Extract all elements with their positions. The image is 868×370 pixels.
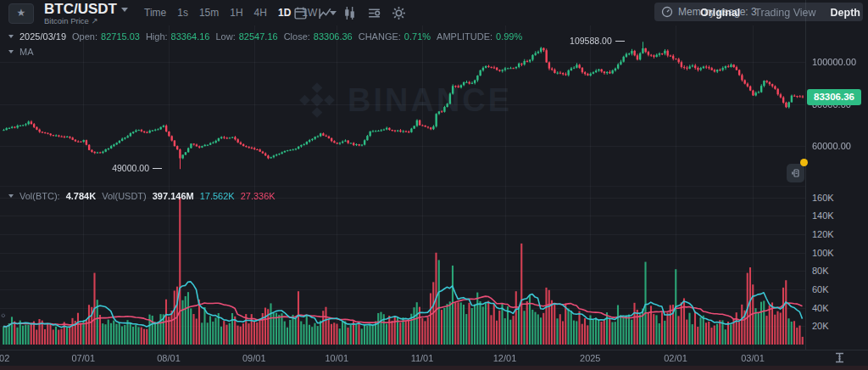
announcement-button[interactable] xyxy=(787,164,804,182)
price-annotation-text: 49000.00 xyxy=(112,163,149,173)
volume-axis-label: 160K xyxy=(812,193,834,203)
tab-depth[interactable]: Depth xyxy=(831,7,860,19)
date-axis-label: 2025 xyxy=(580,353,600,363)
ohlc-label: Close: xyxy=(284,31,310,42)
ma-indicator-row: MA xyxy=(8,47,34,57)
tab-trading-view[interactable]: Trading View xyxy=(754,7,815,19)
pane-resize-handle[interactable]: ‹› xyxy=(1,311,5,320)
volume-legend-row: Vol(BTC):4.784KVol(USDT)397.146M17.562K2… xyxy=(8,191,275,201)
ohlc-pair: Open:82715.03 xyxy=(72,31,140,42)
volume-legend-item: 397.146M xyxy=(153,191,194,201)
date-axis-label: 10/01 xyxy=(325,353,348,363)
ohlc-pair: Close:83306.36 xyxy=(284,31,353,42)
ohlc-legend-row: 2025/03/19 Open:82715.03High:83364.16Low… xyxy=(8,31,522,42)
volume-axis-label: 100K xyxy=(812,248,834,258)
date-axis-label: 11/01 xyxy=(411,353,434,363)
pane-divider xyxy=(0,186,805,187)
view-tabs: OriginalTrading ViewDepth xyxy=(700,0,860,25)
collapse-volume-icon[interactable] xyxy=(8,194,14,198)
volume-legend-item: Vol(USDT) xyxy=(102,191,147,201)
date-axis-label: 03/01 xyxy=(741,353,765,363)
x-axis-date-row: 06/0207/0108/0109/0110/0111/0112/0120250… xyxy=(0,350,805,366)
ohlc-value: 82547.16 xyxy=(239,31,278,42)
volume-legend-item: Vol(BTC): xyxy=(19,191,60,201)
ohlc-value: 83306.36 xyxy=(314,31,353,42)
annotation-dash xyxy=(153,168,162,169)
binance-chart-app: ★ BTC/USDT Bitcoin Price ↗ Time1s15m1H4H… xyxy=(0,0,868,370)
last-price-badge: 83306.36 xyxy=(807,89,861,105)
ohlc-value: 0.71% xyxy=(404,31,431,42)
ohlc-label: AMPLITUDE: xyxy=(437,31,492,42)
ohlc-pair: Low:82547.16 xyxy=(216,31,278,42)
date-axis-label: 08/01 xyxy=(157,353,181,363)
annotation-dash xyxy=(615,41,625,42)
collapse-ma-icon[interactable] xyxy=(8,50,14,53)
price-axis-label: 60000.00 xyxy=(812,141,851,151)
bottom-scroll-strip[interactable] xyxy=(0,366,868,370)
ohlc-label: Open: xyxy=(72,31,97,42)
date-axis-label: 07/01 xyxy=(71,353,95,363)
volume-axis-label: 60K xyxy=(812,284,829,294)
volume-axis-label: 20K xyxy=(812,321,829,331)
ohlc-label: CHANGE: xyxy=(359,31,401,42)
collapse-ohlc-icon[interactable] xyxy=(8,35,14,38)
volume-axis-label: 80K xyxy=(812,266,829,276)
volume-axis-label: 40K xyxy=(812,303,829,313)
ohlc-date: 2025/03/19 xyxy=(19,31,66,42)
notification-dot xyxy=(800,159,808,166)
volume-legend-item: 27.336K xyxy=(241,191,275,201)
date-axis-label: 09/01 xyxy=(242,353,266,363)
price-axis-label: 100000.00 xyxy=(812,57,856,67)
ohlc-label: High: xyxy=(146,31,168,42)
ohlc-value: 83364.16 xyxy=(171,31,210,42)
volume-legend-item: 4.784K xyxy=(66,191,96,201)
announcement-icon xyxy=(791,168,801,178)
y-axis-border xyxy=(805,0,806,350)
volume-axis-label: 120K xyxy=(812,229,834,239)
ohlc-value: 82715.03 xyxy=(101,31,140,42)
ohlc-label: Low: xyxy=(216,31,236,42)
ohlc-pair: AMPLITUDE:0.99% xyxy=(437,31,522,42)
price-annotation-text: 109588.00 xyxy=(570,36,612,46)
date-axis-label: 06/02 xyxy=(0,353,9,363)
volume-legend-item: 17.562K xyxy=(200,191,235,201)
price-volume-chart-canvas[interactable] xyxy=(0,0,805,370)
ohlc-pair: CHANGE:0.71% xyxy=(359,31,431,42)
ohlc-pair: High:83364.16 xyxy=(146,31,210,42)
price-annotation: 49000.00 xyxy=(112,163,162,173)
tab-original[interactable]: Original xyxy=(700,7,740,19)
date-axis-label: 12/01 xyxy=(493,353,517,363)
date-axis-label: 02/01 xyxy=(664,353,687,363)
time-axis-settings-icon[interactable] xyxy=(833,351,846,364)
ohlc-value: 0.99% xyxy=(496,31,522,42)
ma-label: MA xyxy=(19,47,34,57)
price-annotation: 109588.00 xyxy=(570,36,625,46)
volume-axis-label: 140K xyxy=(812,210,834,221)
